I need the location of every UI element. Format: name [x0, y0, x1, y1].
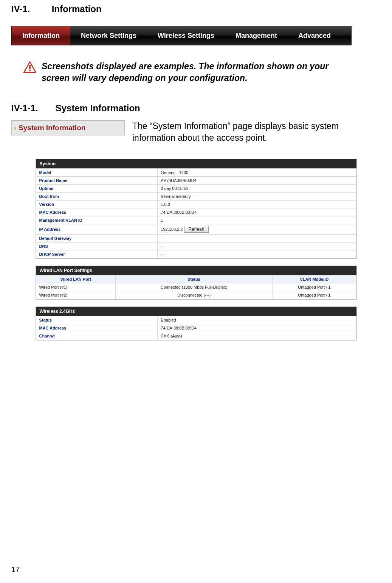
table-row: Version1.0.0	[36, 201, 356, 208]
table-row: Wired Port (#1)Connected (1000 Mbps Full…	[36, 283, 356, 291]
table-row: StatusEnabled	[36, 316, 356, 324]
table-value: 74:DA:38:0B:03:D4	[158, 324, 356, 332]
table-row: Uptime 0 day 00:18:51	[36, 185, 356, 193]
system-block: System ModelGeneric - 1200Product NameAP…	[36, 159, 357, 259]
table-key: MAC Address	[36, 324, 158, 332]
table-row: DHCP Server---	[36, 250, 356, 258]
svg-rect-2	[29, 65, 31, 69]
wired-lan-table: Wired LAN Port Status VLAN Mode/ID Wired…	[36, 275, 356, 299]
nav-tab-network-settings: Network Settings	[70, 26, 147, 45]
table-row: ChannelCh 6 (Auto)	[36, 332, 356, 340]
table-row: DNS---	[36, 243, 356, 250]
table-value: 1.0.0	[158, 201, 356, 208]
table-row: Wired Port (#2)Disconnected (---)Untagge…	[36, 291, 356, 299]
table-key: Default Gateway	[36, 235, 158, 243]
table-key: Status	[36, 316, 158, 324]
section-number: IV-1.	[11, 4, 49, 14]
wired-lan-block-header: Wired LAN Port Settings	[36, 266, 356, 275]
svg-rect-3	[29, 70, 31, 71]
warning-note: Screenshots displayed are examples. The …	[23, 61, 355, 84]
subsection-title: System Information	[56, 103, 140, 113]
table-key: Management VLAN ID	[36, 216, 158, 224]
table-key: DHCP Server	[36, 250, 158, 258]
system-information-description: The “System Information” page displays b…	[132, 120, 374, 144]
section-heading: IV-1. Information	[11, 4, 381, 14]
table-row: IP Address192.168.2.2Refresh	[36, 224, 356, 235]
warning-icon	[23, 61, 37, 73]
cell-vlan: Untagged Port / 1	[273, 291, 356, 299]
subsection-number: IV-1-1.	[11, 103, 53, 113]
cell-vlan: Untagged Port / 1	[273, 283, 356, 291]
table-row: Default Gateway---	[36, 235, 356, 243]
table-key: Model	[36, 169, 158, 177]
system-information-screenshot: System ModelGeneric - 1200Product NameAP…	[36, 159, 357, 340]
col-wired-lan-port: Wired LAN Port	[36, 275, 115, 283]
table-value: 192.168.2.2Refresh	[158, 224, 356, 235]
col-vlan-mode-id: VLAN Mode/ID	[273, 275, 356, 283]
nav-tab-advanced: Advanced	[288, 26, 341, 45]
nav-tab-wireless-settings: Wireless Settings	[147, 26, 225, 45]
table-key: IP Address	[36, 224, 158, 235]
nav-bar-screenshot: Information Network Settings Wireless Se…	[11, 26, 352, 45]
table-value: 1	[158, 216, 356, 224]
table-value: 74:DA:38:0B:03:D4	[158, 208, 356, 216]
nav-tab-information: Information	[12, 26, 70, 45]
system-information-label: System Information	[19, 124, 85, 132]
system-block-header: System	[36, 159, 356, 168]
table-key: Version	[36, 201, 158, 208]
cell-port: Wired Port (#1)	[36, 283, 115, 291]
section-title: Information	[52, 4, 102, 14]
table-value: AP74DA380B03D4	[158, 177, 356, 185]
table-row: Product NameAP74DA380B03D4	[36, 177, 356, 185]
table-value: ---	[158, 250, 356, 258]
wired-lan-block: Wired LAN Port Settings Wired LAN Port S…	[36, 266, 357, 300]
table-value: Generic - 1200	[158, 169, 356, 177]
wireless-block: Wireless 2.4GHz StatusEnabledMAC Address…	[36, 306, 357, 340]
table-value: ---	[158, 235, 356, 243]
wireless-block-header: Wireless 2.4GHz	[36, 307, 356, 316]
nav-tab-management: Management	[225, 26, 288, 45]
table-key: Boot from	[36, 193, 158, 201]
table-value: Ch 6 (Auto)	[158, 332, 356, 340]
wireless-table: StatusEnabledMAC Address74:DA:38:0B:03:D…	[36, 316, 356, 340]
table-key: MAC Address	[36, 208, 158, 216]
table-key: DNS	[36, 243, 158, 250]
cell-status: Connected (1000 Mbps Full-Duplex)	[115, 283, 272, 291]
table-key: Product Name	[36, 177, 158, 185]
table-value: ---	[158, 243, 356, 250]
table-value: Enabled	[158, 316, 356, 324]
table-row: ModelGeneric - 1200	[36, 169, 356, 177]
table-value: Internal memory	[158, 193, 356, 201]
table-row: MAC Address74:DA:38:0B:03:D4	[36, 208, 356, 216]
table-row: MAC Address74:DA:38:0B:03:D4	[36, 324, 356, 332]
table-row: Boot fromInternal memory	[36, 193, 356, 201]
cell-status: Disconnected (---)	[115, 291, 272, 299]
system-table: ModelGeneric - 1200Product NameAP74DA380…	[36, 168, 356, 258]
warning-text: Screenshots displayed are examples. The …	[42, 61, 355, 84]
table-key: Uptime	[36, 185, 158, 193]
table-key: Channel	[36, 332, 158, 340]
system-information-side-tab: › System Information	[11, 120, 125, 135]
col-status: Status	[115, 275, 272, 283]
cell-port: Wired Port (#2)	[36, 291, 115, 299]
subsection-heading: IV-1-1. System Information	[11, 103, 381, 113]
table-row: Management VLAN ID1	[36, 216, 356, 224]
chevron-right-icon: ›	[14, 124, 16, 132]
refresh-button[interactable]: Refresh	[184, 226, 208, 233]
table-value: 0 day 00:18:51	[158, 185, 356, 193]
